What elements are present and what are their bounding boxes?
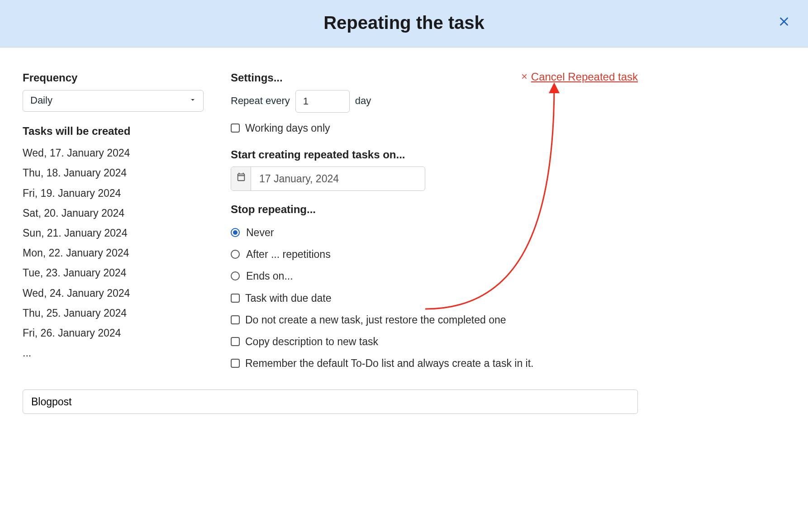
modal-header: Repeating the task [0, 0, 808, 48]
frequency-value: Daily [30, 94, 52, 108]
stop-after-label: After ... repetitions [246, 247, 331, 261]
task-title-input[interactable] [23, 390, 638, 414]
frequency-label: Frequency [23, 70, 204, 86]
modal-title: Repeating the task [323, 10, 485, 35]
cancel-icon [520, 69, 528, 85]
list-item: Fri, 19. January 2024 [23, 183, 204, 203]
chevron-down-icon [189, 94, 197, 108]
list-item: Mon, 22. January 2024 [23, 243, 204, 263]
list-item: Wed, 24. January 2024 [23, 283, 204, 303]
modal-body: Cancel Repeated task Frequency Daily Tas… [0, 48, 661, 432]
cancel-repeated-task-link[interactable]: Cancel Repeated task [520, 69, 638, 85]
close-icon [778, 16, 790, 32]
start-date-label: Start creating repeated tasks on... [231, 147, 638, 162]
due-date-label: Task with due date [245, 291, 332, 305]
cancel-link-label: Cancel Repeated task [531, 69, 638, 85]
list-item: Thu, 25. January 2024 [23, 303, 204, 323]
frequency-select[interactable]: Daily [23, 90, 204, 112]
repeat-every-row: Repeat every day [231, 90, 638, 113]
copy-desc-checkbox[interactable] [231, 337, 240, 346]
stop-after-radio[interactable] [231, 250, 240, 259]
list-item: Sat, 20. January 2024 [23, 203, 204, 223]
restore-checkbox[interactable] [231, 315, 240, 324]
list-item: Sun, 21. January 2024 [23, 223, 204, 243]
copy-desc-label: Copy description to new task [245, 334, 378, 349]
remember-list-checkbox[interactable] [231, 359, 240, 368]
list-item: Tue, 23. January 2024 [23, 263, 204, 283]
repeat-every-prefix: Repeat every [231, 94, 290, 108]
stop-repeating-label: Stop repeating... [231, 202, 638, 217]
stop-ends-on-radio[interactable] [231, 271, 240, 280]
list-item: Fri, 26. January 2024 [23, 323, 204, 343]
start-date-input-group: 17 January, 2024 [231, 166, 425, 191]
stop-never-radio[interactable] [231, 228, 240, 237]
working-days-checkbox[interactable] [231, 124, 240, 133]
working-days-label: Working days only [245, 121, 330, 135]
start-date-value[interactable]: 17 January, 2024 [251, 167, 425, 190]
frequency-column: Frequency Daily Tasks will be created We… [23, 70, 204, 374]
list-item: Wed, 17. January 2024 [23, 143, 204, 163]
calendar-button[interactable] [231, 167, 251, 190]
stop-never-label: Never [246, 225, 274, 240]
list-item: ... [23, 343, 204, 363]
restore-label: Do not create a new task, just restore t… [245, 313, 506, 327]
preview-date-list: Wed, 17. January 2024 Thu, 18. January 2… [23, 143, 204, 363]
repeat-every-input[interactable] [295, 90, 350, 113]
calendar-icon [236, 172, 246, 186]
close-button[interactable] [778, 16, 790, 32]
repeat-every-suffix: day [355, 94, 371, 108]
settings-column: Settings... Repeat every day Working day… [231, 70, 638, 374]
stop-ends-on-label: Ends on... [246, 269, 293, 283]
remember-list-label: Remember the default To-Do list and alwa… [245, 356, 534, 370]
list-item: Thu, 18. January 2024 [23, 163, 204, 183]
due-date-checkbox[interactable] [231, 294, 240, 303]
preview-label: Tasks will be created [23, 124, 204, 139]
